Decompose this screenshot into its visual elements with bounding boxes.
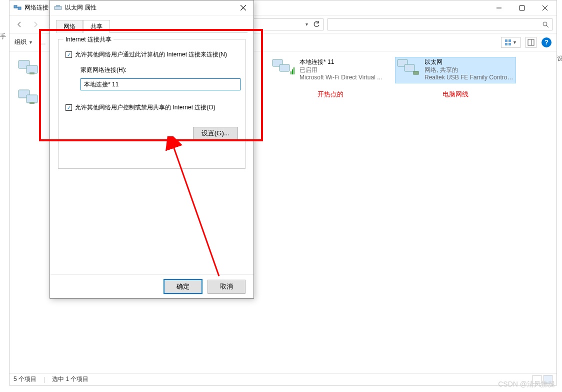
allow-connect-checkbox[interactable]: ✓ (66, 51, 72, 58)
maximize-button[interactable] (510, 0, 534, 15)
chevron-down-icon: ▼ (28, 40, 33, 45)
connection-item[interactable]: 以 已 TA (16, 87, 46, 112)
svg-rect-4 (520, 6, 524, 10)
clipped-text-right: 设 (557, 54, 562, 63)
allow-connect-label: 允许其他网络用户通过此计算机的 Internet 连接来连接(N) (75, 50, 227, 59)
svg-rect-9 (505, 39, 508, 42)
svg-rect-17 (30, 72, 34, 74)
dialog-footer: 确定 取消 (50, 274, 254, 298)
back-button[interactable] (14, 18, 26, 30)
dialog-close-button[interactable] (232, 0, 254, 15)
group-legend: Internet 连接共享 (64, 35, 114, 44)
adapter-icon (54, 4, 62, 12)
clipped-text-left: 手 (0, 32, 7, 41)
combo-value: 本地连接* 11 (84, 80, 237, 89)
search-icon (542, 21, 549, 28)
conn-status: 已启用 (300, 66, 382, 74)
svg-rect-24 (292, 69, 293, 74)
dialog-title: 以太网 属性 (65, 3, 96, 12)
truncated-cmd[interactable]: … (40, 39, 46, 46)
svg-rect-0 (14, 5, 17, 8)
svg-rect-22 (280, 64, 290, 71)
dialog-titlebar: 以太网 属性 (50, 0, 254, 15)
watermark: CSDN @清风拂腿 (498, 380, 555, 389)
ethernet-properties-dialog: 以太网 属性 网络 共享 Internet 连接共享 ✓ 允许其他网络用户通过此… (50, 0, 254, 299)
svg-point-7 (543, 22, 547, 26)
svg-rect-10 (508, 39, 511, 42)
svg-rect-23 (290, 71, 292, 74)
minimize-button[interactable] (488, 0, 510, 15)
conn-name: 本地连接* 11 (300, 58, 382, 66)
help-button[interactable]: ? (542, 37, 552, 47)
tab-network[interactable]: 网络 (56, 20, 83, 33)
connection-item-local11[interactable]: 本地连接* 11 已启用 Microsoft Wi-Fi Direct Virt… (270, 57, 390, 83)
annotation-hotspot: 开热点的 (270, 90, 390, 99)
dialog-body: Internet 连接共享 ✓ 允许其他网络用户通过此计算机的 Internet… (58, 39, 246, 169)
svg-rect-28 (414, 71, 418, 74)
ics-groupbox: Internet 连接共享 ✓ 允许其他网络用户通过此计算机的 Internet… (58, 39, 246, 169)
item-count: 5 个项目 (14, 375, 36, 384)
cancel-button[interactable]: 取消 (208, 280, 246, 294)
svg-rect-12 (508, 43, 511, 45)
home-network-combo[interactable]: 本地连接* 11 (80, 78, 240, 90)
dropdown-caret-icon[interactable]: ▾ (306, 21, 308, 27)
conn-status: 网络, 共享的 (424, 66, 514, 74)
svg-rect-16 (26, 65, 38, 73)
allow-control-label: 允许其他网络用户控制或禁用共享的 Internet 连接(O) (75, 103, 216, 112)
dialog-tabs: 网络 共享 (50, 15, 254, 32)
svg-rect-29 (54, 6, 62, 9)
svg-rect-20 (30, 102, 34, 104)
preview-pane-toggle[interactable] (526, 37, 536, 48)
status-bar: 5 个项目 | 选中 1 个项目 (10, 373, 556, 385)
network-adapter-icon (396, 58, 420, 76)
forward-button[interactable] (30, 18, 42, 30)
svg-rect-25 (294, 67, 294, 74)
svg-rect-30 (56, 5, 60, 6)
organize-menu[interactable]: 组织 ▼ (14, 38, 33, 46)
ok-button[interactable]: 确定 (164, 279, 202, 294)
svg-rect-11 (505, 43, 508, 45)
conn-device: Realtek USB FE Family Controll... (424, 74, 514, 82)
network-icon (14, 4, 22, 12)
allow-control-checkbox[interactable]: ✓ (66, 104, 72, 111)
conn-name: 以太网 (424, 58, 514, 66)
search-input[interactable] (328, 18, 552, 30)
home-network-label: 家庭网络连接(H): (80, 66, 238, 74)
tab-sharing[interactable]: 共享 (83, 20, 110, 33)
connection-item[interactable]: Wir 已 Vir (16, 57, 46, 83)
svg-rect-19 (26, 95, 38, 103)
settings-button[interactable]: 设置(G)... (193, 127, 238, 140)
network-adapter-icon (16, 88, 40, 106)
svg-rect-27 (404, 64, 414, 71)
network-adapter-icon (16, 58, 40, 76)
annotation-ethernet: 电脑网线 (396, 90, 516, 99)
svg-rect-1 (18, 7, 21, 9)
network-adapter-icon (272, 58, 296, 76)
view-dropdown[interactable]: ▼ (501, 37, 520, 48)
svg-line-8 (546, 25, 548, 27)
close-button[interactable] (534, 0, 556, 15)
conn-device: Microsoft Wi-Fi Direct Virtual ... (300, 74, 382, 82)
refresh-icon[interactable] (313, 21, 320, 28)
svg-rect-13 (528, 39, 534, 45)
selected-count: 选中 1 个项目 (52, 375, 88, 384)
main-window-title: 网络连接 (24, 3, 48, 12)
connection-item-ethernet[interactable]: 以太网 网络, 共享的 Realtek USB FE Family Contro… (396, 57, 516, 83)
